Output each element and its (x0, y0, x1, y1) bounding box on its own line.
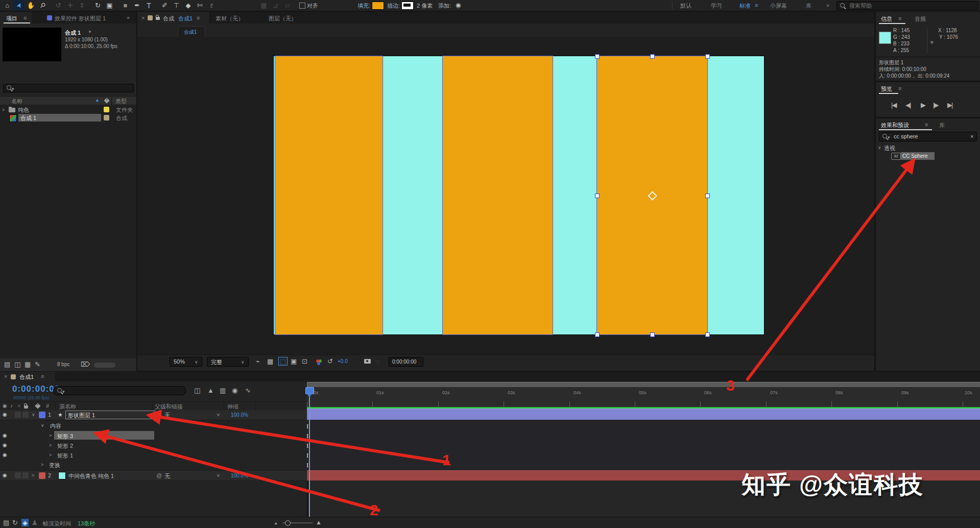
help-search-input[interactable] (848, 2, 973, 9)
parent-caret-icon[interactable]: ∨ (217, 473, 220, 478)
channel-rgb-icon[interactable] (316, 359, 319, 363)
selection-handle[interactable] (595, 54, 600, 59)
layer-label-swatch[interactable] (39, 472, 45, 479)
tab-preview[interactable]: 预览 (881, 85, 892, 93)
tab-layer[interactable]: 图层（无） (269, 15, 297, 22)
group-caret-icon[interactable]: > (41, 462, 43, 467)
group-row-rect3[interactable]: ◉ > 矩形 3 (0, 431, 306, 441)
column-stretch[interactable]: 伸缩 (227, 403, 238, 411)
label-column-tag-icon[interactable] (104, 98, 109, 103)
pan-behind-tool[interactable]: ▣ (104, 1, 115, 10)
workspace-default[interactable]: 默认 (680, 2, 691, 10)
tab-effects-presets[interactable]: 效果和预设 (881, 122, 909, 129)
add-icon[interactable]: ◉ (456, 2, 461, 9)
group-caret-icon[interactable]: > (49, 452, 52, 458)
playhead[interactable] (305, 387, 314, 394)
comp-tab-close-icon[interactable]: × (141, 15, 145, 21)
tab-effect-controls[interactable]: 效果控件 形状图层 1 (55, 15, 106, 22)
brush-tool[interactable]: ✐ (159, 1, 170, 10)
rectangle-tool[interactable]: ■ (120, 1, 131, 10)
label-color-swatch[interactable] (104, 107, 109, 112)
rotation-tool[interactable]: ↻ (92, 1, 103, 10)
effects-panel-menu-icon[interactable]: ≡ (925, 122, 928, 128)
frame-blur-icon[interactable]: ▥ (220, 387, 226, 394)
group-row-contents[interactable]: ∨ 内容 (0, 421, 306, 430)
zoom-in-icon[interactable]: ▲ (316, 519, 322, 526)
stroke-label[interactable]: 描边: (387, 2, 400, 10)
tab-audio[interactable]: 音频 (915, 15, 926, 23)
project-row-comp1[interactable]: 合成 1 合成 (0, 114, 136, 122)
transfer-modes-icon[interactable]: ↻ (12, 519, 18, 526)
selection-handle[interactable] (705, 194, 710, 198)
stretch-value[interactable]: 100.0% (231, 473, 248, 478)
transparency-grid-icon[interactable]: ▩ (267, 358, 273, 365)
comp-tab-name[interactable]: 合成1 (178, 15, 193, 22)
project-search-box[interactable]: ▾ (3, 84, 134, 92)
label-color-swatch[interactable] (104, 115, 109, 121)
comp-name-caret-icon[interactable]: ▼ (88, 30, 92, 34)
help-search-box[interactable] (836, 1, 978, 10)
clear-search-icon[interactable]: × (970, 133, 973, 139)
stroke-color-swatch[interactable] (401, 2, 414, 10)
workspace-overflow-chevron[interactable]: » (826, 2, 829, 8)
timeline-tab-close-icon[interactable]: × (4, 373, 7, 379)
timeline-search-box[interactable]: ▾ (53, 386, 186, 395)
timeline-tab-name[interactable]: 合成1 (19, 373, 34, 381)
comp-flowchart-icon[interactable]: ◫ (194, 387, 200, 394)
zoom-out-icon[interactable]: ▴ (275, 520, 277, 525)
home-tool[interactable]: ⌂ (2, 1, 13, 10)
preview-panel-menu-icon[interactable]: ≡ (898, 85, 901, 91)
play-button[interactable]: ▶ (921, 102, 926, 108)
playhead-line[interactable] (309, 393, 310, 517)
zoom-slider-knob[interactable] (285, 520, 291, 526)
layer-label-swatch[interactable] (39, 412, 45, 418)
selection-handle[interactable] (705, 332, 710, 337)
type-tool[interactable]: T (144, 1, 154, 10)
project-row-solids[interactable]: > 纯色 文件夹 (0, 106, 136, 113)
lock-icon[interactable] (156, 17, 160, 20)
solo-column-icon[interactable]: ○ (17, 403, 20, 409)
eye-icon[interactable]: ◉ (3, 472, 7, 478)
exposure-reset-icon[interactable]: ↺ (327, 358, 333, 365)
eye-icon[interactable]: ◉ (3, 412, 7, 417)
parent-select-value[interactable]: 无 (164, 472, 170, 480)
layer1-duration-bar[interactable] (307, 409, 980, 420)
parent-select-value[interactable]: 无 (164, 412, 170, 419)
group-caret-icon[interactable]: > (49, 443, 52, 448)
workspace-learn[interactable]: 学习 (711, 2, 722, 10)
layer-name-box[interactable]: 形状图层 1 (65, 411, 155, 419)
snapshot-camera-icon[interactable] (364, 359, 371, 364)
fill-label[interactable]: 填充: (357, 2, 370, 10)
shape-rect-1[interactable] (275, 56, 383, 334)
selection-handle[interactable] (650, 54, 655, 59)
fill-color-swatch[interactable] (372, 2, 384, 10)
roto-brush-tool[interactable]: ✄ (195, 1, 205, 10)
eraser-tool[interactable]: ◆ (183, 1, 194, 10)
tab-library[interactable]: 库 (939, 122, 945, 129)
timeline-panel-menu-icon[interactable]: ≡ (41, 373, 44, 379)
selection-handle[interactable] (595, 332, 600, 337)
project-panel-menu-icon[interactable]: ≡ (23, 15, 27, 21)
exposure-value[interactable]: +0.0 (338, 358, 348, 364)
prev-frame-button[interactable]: ◀| (905, 102, 910, 108)
pen-tool[interactable]: ✒ (132, 1, 142, 10)
motion-blur-icon[interactable]: ◉ (232, 387, 237, 394)
group-row-rect1[interactable]: ◉ > 矩形 1 (0, 450, 306, 460)
project-interpret-icon[interactable]: ✎ (35, 361, 40, 368)
pickwhip-icon[interactable]: @ (156, 472, 162, 478)
eye-icon[interactable]: ◉ (3, 452, 7, 458)
project-delete-icon[interactable]: ⌦ (81, 361, 90, 368)
column-name[interactable]: 名称 (11, 98, 22, 105)
viewer-subtab[interactable]: 合成1 (178, 26, 205, 37)
stroke-width-value[interactable]: 2 像素 (417, 2, 433, 10)
eye-icon[interactable]: ◉ (3, 442, 7, 448)
group-caret-icon[interactable]: > (49, 433, 52, 438)
parent-caret-icon[interactable]: ∨ (217, 412, 220, 417)
group-row-transform[interactable]: > 变换 (0, 460, 306, 470)
bit-depth-label[interactable]: 8 bpc (57, 362, 69, 367)
effects-search-box[interactable]: ▾ × (879, 132, 977, 141)
switch-well[interactable] (22, 472, 29, 478)
pickwhip-icon[interactable]: @ (156, 412, 162, 418)
project-item-name[interactable]: 合成 1 (20, 114, 36, 122)
group-row-rect2[interactable]: ◉ > 矩形 2 (0, 441, 306, 450)
